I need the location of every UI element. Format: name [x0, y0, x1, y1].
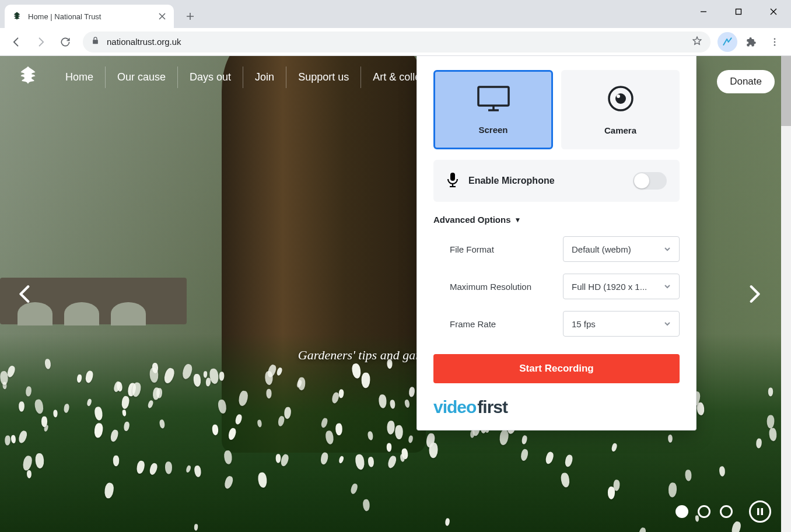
videofirst-brand: videofirst	[433, 397, 680, 417]
close-window-button[interactable]	[756, 0, 791, 23]
file-format-value: Default (webm)	[572, 244, 631, 254]
monitor-icon	[477, 85, 510, 114]
minimize-button[interactable]	[686, 0, 721, 23]
option-frame-rate: Frame Rate 15 fps	[433, 311, 680, 337]
file-format-label: File Format	[450, 244, 563, 254]
toggle-knob	[634, 173, 649, 188]
frame-rate-select[interactable]: 15 fps	[563, 311, 680, 337]
nav-support-us[interactable]: Support us	[286, 66, 360, 88]
carousel-dots	[676, 505, 733, 518]
carousel-prev-button[interactable]	[12, 280, 40, 308]
microphone-label: Enable Microphone	[468, 176, 624, 186]
microphone-row: Enable Microphone	[433, 160, 680, 202]
page-content: Home Our cause Days out Join Support us …	[0, 56, 791, 532]
frame-rate-label: Frame Rate	[450, 319, 563, 329]
svg-point-3	[774, 44, 776, 46]
caret-down-icon: ▼	[514, 216, 522, 224]
browser-toolbar: nationaltrust.org.uk	[0, 28, 791, 56]
new-tab-button[interactable]	[182, 8, 198, 24]
browser-menu-button[interactable]	[764, 32, 785, 52]
frame-rate-value: 15 fps	[572, 319, 596, 329]
address-bar[interactable]: nationaltrust.org.uk	[83, 32, 710, 52]
svg-point-1	[774, 38, 776, 40]
svg-point-11	[617, 94, 620, 98]
videofirst-extension-icon[interactable]	[718, 32, 737, 52]
brand-first: first	[477, 397, 508, 417]
tab-title: Home | National Trust	[28, 12, 152, 21]
chevron-down-icon	[664, 282, 671, 292]
national-trust-logo-icon[interactable]	[16, 65, 40, 89]
svg-point-2	[774, 41, 776, 43]
extension-popup: Screen Camera Enable Microphone Advanced…	[416, 56, 696, 430]
carousel-dot-1[interactable]	[676, 505, 688, 518]
donate-button[interactable]: Donate	[717, 70, 775, 93]
svg-rect-0	[736, 9, 741, 15]
url-text: nationaltrust.org.uk	[107, 37, 685, 47]
chevron-down-icon	[664, 244, 671, 254]
reload-button[interactable]	[55, 32, 76, 52]
max-resolution-select[interactable]: Full HD (1920 x 1...	[563, 274, 680, 299]
carousel-dot-2[interactable]	[698, 505, 710, 518]
oak-leaf-icon	[12, 11, 22, 22]
scrollbar-thumb[interactable]	[781, 56, 791, 126]
extensions-puzzle-icon[interactable]	[741, 32, 761, 52]
brand-video: video	[433, 397, 476, 417]
nav-home[interactable]: Home	[54, 66, 105, 88]
advanced-options-label: Advanced Options	[433, 215, 511, 225]
maximize-button[interactable]	[721, 0, 756, 23]
svg-rect-12	[450, 173, 455, 181]
option-max-resolution: Maximum Resolution Full HD (1920 x 1...	[433, 274, 680, 299]
forward-button	[30, 32, 51, 52]
mode-camera-label: Camera	[604, 125, 636, 135]
record-mode-screen[interactable]: Screen	[433, 70, 553, 149]
carousel-pause-button[interactable]	[749, 501, 771, 523]
option-file-format: File Format Default (webm)	[433, 236, 680, 262]
nav-join[interactable]: Join	[243, 66, 286, 88]
svg-rect-4	[757, 508, 760, 515]
svg-rect-6	[478, 87, 509, 106]
microphone-toggle[interactable]	[633, 172, 667, 190]
file-format-select[interactable]: Default (webm)	[563, 236, 680, 262]
carousel-dot-3[interactable]	[720, 505, 733, 518]
mode-screen-label: Screen	[478, 125, 508, 135]
max-resolution-value: Full HD (1920 x 1...	[572, 282, 647, 292]
svg-rect-5	[761, 508, 764, 515]
browser-titlebar: Home | National Trust	[0, 0, 791, 28]
camera-lens-icon	[607, 85, 635, 115]
lock-icon	[91, 36, 100, 47]
main-nav: Home Our cause Days out Join Support us …	[54, 66, 460, 88]
nav-days-out[interactable]: Days out	[177, 66, 243, 88]
window-controls	[686, 0, 791, 23]
advanced-options-toggle[interactable]: Advanced Options ▼	[433, 215, 680, 225]
nav-our-cause[interactable]: Our cause	[105, 66, 177, 88]
browser-tab[interactable]: Home | National Trust	[5, 5, 174, 28]
svg-point-10	[615, 93, 626, 104]
record-mode-camera[interactable]: Camera	[561, 70, 680, 149]
back-button[interactable]	[6, 32, 27, 52]
carousel-next-button[interactable]	[740, 280, 768, 308]
bookmark-star-icon[interactable]	[692, 36, 702, 48]
start-recording-button[interactable]: Start Recording	[433, 354, 680, 383]
max-resolution-label: Maximum Resolution	[450, 282, 563, 292]
chevron-down-icon	[664, 319, 671, 329]
microphone-icon	[446, 172, 459, 190]
record-mode-row: Screen Camera	[433, 70, 680, 149]
vertical-scrollbar[interactable]	[781, 56, 791, 532]
close-tab-icon[interactable]	[158, 12, 167, 21]
